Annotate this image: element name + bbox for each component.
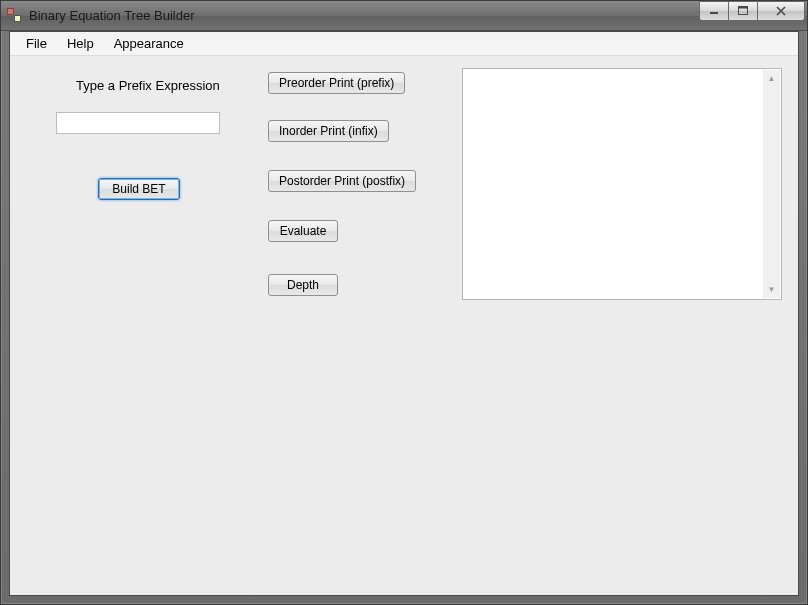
- minimize-icon: [709, 6, 719, 16]
- depth-button[interactable]: Depth: [268, 274, 338, 296]
- output-scrollbar[interactable]: ▲ ▼: [763, 70, 780, 298]
- app-window: Binary Equation Tree Builder Fil: [0, 0, 808, 605]
- inorder-print-button[interactable]: Inorder Print (infix): [268, 120, 389, 142]
- close-icon: [775, 6, 787, 16]
- output-textbox[interactable]: ▲ ▼: [462, 68, 782, 300]
- minimize-button[interactable]: [699, 1, 729, 21]
- window-controls: [700, 1, 805, 21]
- close-button[interactable]: [757, 1, 805, 21]
- preorder-print-button[interactable]: Preorder Print (prefix): [268, 72, 405, 94]
- maximize-button[interactable]: [728, 1, 758, 21]
- menu-file[interactable]: File: [16, 33, 57, 54]
- client-area: Type a Prefix Expression Build BET Preor…: [10, 56, 798, 595]
- titlebar[interactable]: Binary Equation Tree Builder: [1, 1, 807, 31]
- prefix-expression-label: Type a Prefix Expression: [76, 78, 220, 93]
- svg-rect-2: [738, 7, 747, 9]
- window-title: Binary Equation Tree Builder: [29, 8, 194, 23]
- scroll-up-icon[interactable]: ▲: [763, 70, 780, 87]
- app-icon: [7, 8, 23, 24]
- svg-rect-0: [710, 12, 718, 14]
- scroll-down-icon[interactable]: ▼: [763, 281, 780, 298]
- client-frame: File Help Appearance Type a Prefix Expre…: [9, 31, 799, 596]
- prefix-expression-input[interactable]: [56, 112, 220, 134]
- build-bet-button[interactable]: Build BET: [98, 178, 180, 200]
- evaluate-button[interactable]: Evaluate: [268, 220, 338, 242]
- postorder-print-button[interactable]: Postorder Print (postfix): [268, 170, 416, 192]
- menubar: File Help Appearance: [10, 32, 798, 56]
- maximize-icon: [738, 6, 749, 16]
- menu-appearance[interactable]: Appearance: [104, 33, 194, 54]
- menu-help[interactable]: Help: [57, 33, 104, 54]
